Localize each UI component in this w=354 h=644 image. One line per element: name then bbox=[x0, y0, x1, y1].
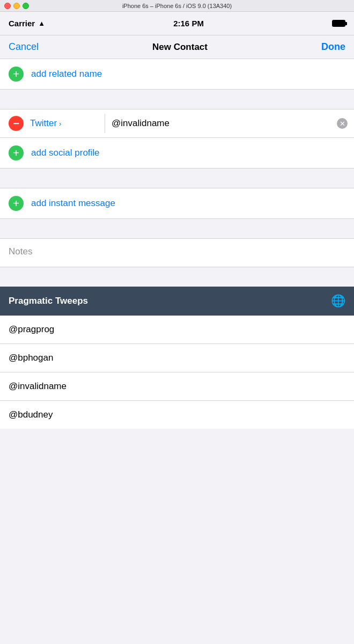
globe-icon[interactable]: 🌐 bbox=[331, 294, 345, 308]
list-item-handle: @bphogan bbox=[9, 353, 53, 363]
notes-placeholder: Notes bbox=[9, 246, 32, 257]
clock: 2:16 PM bbox=[173, 19, 204, 28]
traffic-lights bbox=[4, 3, 29, 9]
section-gap-4 bbox=[0, 267, 354, 287]
add-social-profile-row: + add social profile bbox=[0, 138, 354, 168]
list-header: Pragmatic Tweeps 🌐 bbox=[0, 287, 354, 316]
list-item-handle: @bdudney bbox=[9, 409, 53, 420]
add-social-profile-label[interactable]: add social profile bbox=[31, 148, 100, 158]
add-instant-message-label[interactable]: add instant message bbox=[31, 198, 115, 209]
wifi-icon: ▲ bbox=[38, 19, 45, 27]
section-gap-1 bbox=[0, 90, 354, 109]
status-bar: Carrier ▲ 2:16 PM bbox=[0, 12, 354, 35]
add-related-name-button[interactable]: + bbox=[9, 67, 24, 82]
add-related-name-label[interactable]: add related name bbox=[31, 69, 102, 79]
twitter-chevron-icon: › bbox=[59, 120, 61, 128]
nav-bar: Cancel New Contact Done bbox=[0, 35, 354, 59]
list-header-title: Pragmatic Tweeps bbox=[9, 296, 88, 306]
status-left: Carrier ▲ bbox=[9, 19, 45, 28]
list-item[interactable]: @bdudney bbox=[0, 401, 354, 429]
close-button[interactable] bbox=[4, 3, 11, 9]
title-bar: iPhone 6s – iPhone 6s / iOS 9.0 (13A340) bbox=[0, 0, 354, 12]
list-item[interactable]: @invalidname bbox=[0, 372, 354, 401]
twitter-label: Twitter bbox=[30, 118, 57, 129]
twitter-value[interactable]: @invalidname bbox=[112, 118, 337, 129]
list-item[interactable]: @bphogan bbox=[0, 344, 354, 372]
zoom-button[interactable] bbox=[23, 3, 29, 9]
list-item[interactable]: @pragprog bbox=[0, 316, 354, 344]
list-item-handle: @invalidname bbox=[9, 381, 67, 392]
page-title: New Contact bbox=[152, 42, 208, 53]
content-area: + add related name − Twitter › @invalidn… bbox=[0, 59, 354, 429]
section-gap-3 bbox=[0, 219, 354, 238]
add-instant-message-button[interactable]: + bbox=[9, 196, 24, 211]
twitter-left: − Twitter › bbox=[0, 109, 105, 137]
add-related-name-row: + add related name bbox=[0, 59, 354, 89]
battery-icon bbox=[332, 20, 345, 27]
list-item-handle: @pragprog bbox=[9, 324, 54, 335]
section-gap-2 bbox=[0, 169, 354, 188]
carrier-label: Carrier bbox=[9, 19, 35, 28]
add-instant-message-row: + add instant message bbox=[0, 188, 354, 218]
done-button[interactable]: Done bbox=[321, 41, 345, 53]
remove-twitter-button[interactable]: − bbox=[9, 116, 24, 131]
twitter-input-wrap: @invalidname ✕ bbox=[105, 118, 354, 129]
add-social-profile-button[interactable]: + bbox=[9, 145, 24, 160]
clear-twitter-button[interactable]: ✕ bbox=[337, 118, 348, 129]
twitter-row: − Twitter › @invalidname ✕ bbox=[0, 109, 354, 137]
notes-row[interactable]: Notes bbox=[0, 239, 354, 267]
title-bar-text: iPhone 6s – iPhone 6s / iOS 9.0 (13A340) bbox=[122, 3, 232, 9]
twitter-label-wrap[interactable]: Twitter › bbox=[30, 118, 61, 129]
status-right bbox=[332, 20, 345, 27]
cancel-button[interactable]: Cancel bbox=[9, 41, 39, 53]
minimize-button[interactable] bbox=[13, 3, 20, 9]
